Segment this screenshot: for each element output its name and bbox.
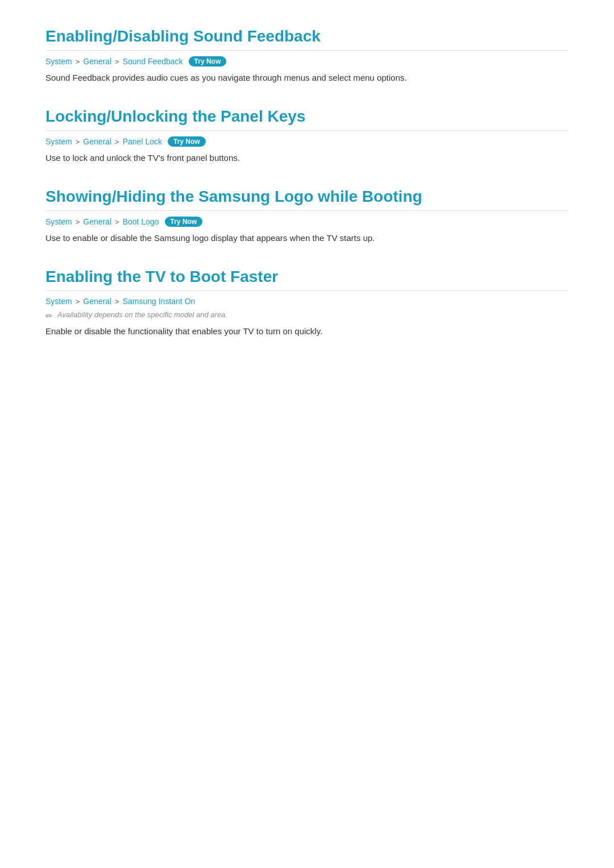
breadcrumb-boot-logo: System>General>Boot LogoTry Now	[45, 217, 569, 227]
breadcrumb-separator: >	[76, 138, 80, 146]
section-sound-feedback: Enabling/Disabling Sound FeedbackSystem>…	[45, 27, 569, 85]
breadcrumb-item-0[interactable]: System	[45, 57, 72, 66]
breadcrumb-item-1[interactable]: General	[83, 57, 111, 66]
breadcrumb-item-1[interactable]: General	[83, 137, 111, 146]
section-title-sound-feedback: Enabling/Disabling Sound Feedback	[45, 27, 569, 51]
breadcrumb-separator: >	[115, 138, 119, 146]
section-boot-logo: Showing/Hiding the Samsung Logo while Bo…	[45, 188, 569, 245]
breadcrumb-item-2[interactable]: Sound Feedback	[123, 57, 183, 66]
breadcrumb-item-2[interactable]: Boot Logo	[123, 217, 159, 226]
breadcrumb-item-2[interactable]: Samsung Instant On	[123, 297, 196, 306]
breadcrumb-item-0[interactable]: System	[45, 217, 72, 226]
section-description-boot-faster: Enable or disable the functionality that…	[45, 325, 569, 338]
breadcrumb-separator: >	[76, 218, 80, 226]
try-now-badge-boot-logo[interactable]: Try Now	[165, 217, 203, 227]
note-text-boot-faster: Availability depends on the specific mod…	[57, 310, 227, 319]
section-title-boot-faster: Enabling the TV to Boot Faster	[45, 268, 569, 291]
note-row-boot-faster: ✏Availability depends on the specific mo…	[45, 310, 569, 321]
section-description-sound-feedback: Sound Feedback provides audio cues as yo…	[45, 71, 569, 85]
pencil-icon: ✏	[45, 311, 53, 321]
breadcrumb-separator: >	[115, 218, 119, 226]
section-title-boot-logo: Showing/Hiding the Samsung Logo while Bo…	[45, 188, 569, 211]
section-boot-faster: Enabling the TV to Boot FasterSystem>Gen…	[45, 268, 569, 338]
breadcrumb-item-0[interactable]: System	[45, 137, 72, 146]
breadcrumb-panel-lock: System>General>Panel LockTry Now	[45, 136, 569, 147]
breadcrumb-separator: >	[76, 57, 80, 66]
breadcrumb-item-1[interactable]: General	[83, 297, 111, 306]
section-title-panel-lock: Locking/Unlocking the Panel Keys	[45, 107, 569, 131]
breadcrumb-separator: >	[115, 297, 119, 306]
breadcrumb-item-0[interactable]: System	[45, 297, 72, 306]
section-panel-lock: Locking/Unlocking the Panel KeysSystem>G…	[45, 107, 569, 165]
breadcrumb-sound-feedback: System>General>Sound FeedbackTry Now	[45, 56, 569, 67]
section-description-panel-lock: Use to lock and unlock the TV's front pa…	[45, 151, 569, 165]
section-description-boot-logo: Use to enable or disable the Samsung log…	[45, 231, 569, 245]
breadcrumb-separator: >	[115, 57, 119, 66]
breadcrumb-separator: >	[76, 297, 80, 306]
try-now-badge-panel-lock[interactable]: Try Now	[168, 136, 206, 147]
breadcrumb-boot-faster: System>General>Samsung Instant On	[45, 297, 569, 306]
breadcrumb-item-2[interactable]: Panel Lock	[123, 137, 162, 146]
page-content: Enabling/Disabling Sound FeedbackSystem>…	[45, 27, 569, 338]
breadcrumb-item-1[interactable]: General	[83, 217, 111, 226]
try-now-badge-sound-feedback[interactable]: Try Now	[189, 56, 227, 67]
